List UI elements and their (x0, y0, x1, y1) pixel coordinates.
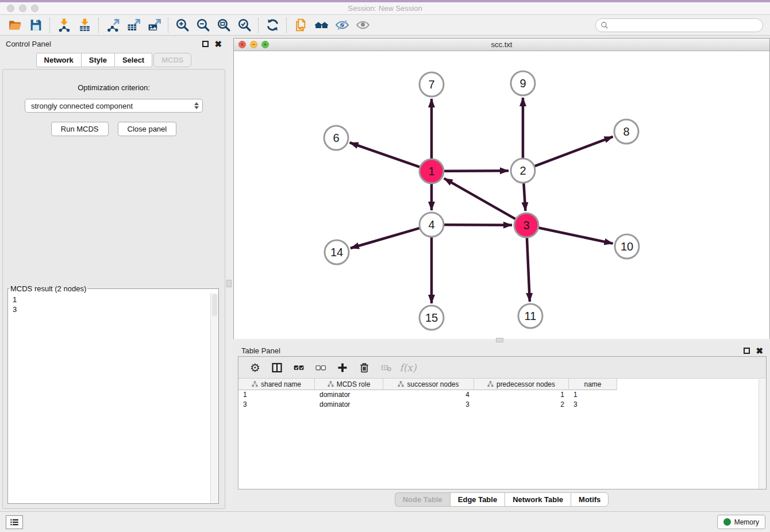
table-scrollbar[interactable] (759, 379, 766, 489)
control-panel-title: Control Panel (6, 40, 51, 48)
add-column-plus-icon[interactable] (334, 359, 351, 376)
edge-1-2[interactable] (444, 171, 509, 171)
memory-label: Memory (734, 518, 759, 526)
cell-name[interactable]: 1 (569, 390, 617, 400)
apply-function-icon[interactable]: f(x) (399, 359, 417, 376)
result-scrollbar[interactable] (210, 293, 218, 503)
criterion-dropdown[interactable]: strongly connected component (25, 99, 203, 113)
edge-4-14[interactable] (351, 228, 419, 248)
column-header-MCDS-role[interactable]: MCDS role (315, 379, 383, 390)
memory-status-icon (723, 518, 731, 526)
edge-3-1[interactable] (444, 178, 515, 219)
column-tree-icon (328, 381, 334, 387)
network-window-title: scc.txt (234, 40, 769, 49)
cell-predecessor-nodes[interactable]: 2 (474, 400, 569, 410)
import-network-icon[interactable] (53, 17, 74, 34)
network-canvas[interactable]: 1234678910111415 (234, 51, 769, 339)
cell-MCDS-role[interactable]: dominator (315, 390, 383, 400)
tab-select[interactable]: Select (114, 53, 152, 67)
edge-3-11[interactable] (527, 238, 530, 302)
edge-3-10[interactable] (539, 228, 613, 244)
table-settings-gear-icon[interactable]: ⚙ (247, 359, 264, 376)
edge-2-8[interactable] (535, 137, 613, 166)
close-table-panel-icon[interactable]: ✖ (756, 348, 763, 354)
zoom-out-icon[interactable] (192, 17, 213, 34)
table-row[interactable]: 3dominator323 (238, 400, 766, 410)
run-mcds-button[interactable]: Run MCDS (51, 122, 109, 136)
mcds-result-legend: MCDS result (2 nodes) (9, 284, 87, 293)
export-image-icon[interactable] (144, 17, 164, 34)
app-titlebar: Session: New Session (0, 0, 770, 15)
export-network-icon[interactable] (102, 17, 123, 34)
hide-selected-eye-slash-icon[interactable] (332, 17, 352, 34)
column-header-shared-name[interactable]: shared name (238, 379, 315, 390)
tab-edge-table[interactable]: Edge Table (450, 492, 505, 507)
table-rows: 1dominator4113dominator323 (238, 390, 766, 410)
result-line: 1 (13, 295, 206, 304)
cell-predecessor-nodes[interactable]: 1 (474, 390, 569, 400)
cell-name[interactable]: 3 (569, 400, 617, 410)
cell-successor-nodes[interactable]: 4 (383, 390, 474, 400)
network-graph[interactable]: 1234678910111415 (234, 51, 769, 339)
network-window-titlebar[interactable]: × − + scc.txt (234, 38, 769, 51)
select-all-checkboxes-icon[interactable] (290, 359, 307, 376)
cell-shared-name[interactable]: 3 (238, 400, 315, 410)
node-label-14: 14 (330, 246, 343, 259)
close-panel-button[interactable]: Close panel (118, 122, 177, 136)
float-table-panel-icon[interactable] (744, 348, 750, 354)
clone-network-icon[interactable] (290, 17, 311, 34)
node-label-3: 3 (523, 219, 529, 232)
edge-4-3[interactable] (444, 225, 512, 225)
table-panel-title: Table Panel (241, 346, 280, 355)
export-table-icon[interactable] (123, 17, 144, 34)
horizontal-splitter-grip[interactable] (496, 338, 503, 342)
column-header-successor-nodes[interactable]: successor nodes (383, 379, 474, 390)
delete-column-trash-icon[interactable] (356, 359, 373, 376)
show-all-eye-icon[interactable] (352, 17, 373, 34)
column-header-name[interactable]: name (569, 379, 617, 390)
tab-network[interactable]: Network (36, 53, 81, 67)
zoom-selected-icon[interactable] (234, 17, 255, 34)
mcds-result-text[interactable]: 13 (8, 293, 210, 503)
toolbar-separator (98, 18, 99, 33)
table-toolbar: ⚙ f(x) (238, 357, 766, 379)
toolbar-separator (286, 18, 287, 33)
import-table-icon[interactable] (74, 17, 95, 34)
tab-motifs[interactable]: Motifs (571, 492, 609, 507)
search-field[interactable] (595, 18, 763, 32)
refresh-view-icon[interactable] (262, 17, 283, 34)
tab-mcds[interactable]: MCDS (153, 53, 191, 67)
task-history-button[interactable] (6, 515, 23, 529)
table-row[interactable]: 1dominator411 (238, 390, 766, 400)
node-label-4: 4 (428, 218, 434, 231)
deselect-all-checkboxes-icon[interactable] (312, 359, 329, 376)
zoom-fit-icon[interactable] (213, 17, 234, 34)
search-input[interactable] (611, 21, 763, 30)
node-label-10: 10 (621, 240, 633, 253)
save-session-icon[interactable] (25, 17, 46, 34)
tab-node-table[interactable]: Node Table (395, 492, 450, 507)
edge-2-3[interactable] (523, 183, 525, 211)
cell-successor-nodes[interactable]: 3 (383, 400, 474, 410)
node-table: ⚙ f(x) shared nameMCDS rolesuccessor nod… (238, 356, 767, 489)
tab-style[interactable]: Style (81, 53, 114, 67)
column-header-predecessor-nodes[interactable]: predecessor nodes (474, 379, 569, 390)
float-panel-icon[interactable] (202, 41, 209, 47)
home-view-icon[interactable] (311, 17, 332, 34)
delete-table-icon[interactable] (378, 359, 395, 376)
cell-MCDS-role[interactable]: dominator (315, 400, 383, 410)
fx-label: f(x) (399, 362, 416, 373)
tab-network-table[interactable]: Network Table (505, 492, 571, 507)
table-panel: Table Panel ✖ ⚙ f(x) (233, 342, 770, 511)
zoom-in-icon[interactable] (172, 17, 192, 34)
close-panel-icon[interactable]: ✖ (214, 41, 222, 47)
open-session-icon[interactable] (5, 17, 25, 34)
vertical-splitter-grip[interactable] (226, 280, 232, 287)
edge-1-6[interactable] (350, 142, 420, 167)
node-label-8: 8 (623, 125, 629, 138)
cell-shared-name[interactable]: 1 (238, 390, 315, 400)
status-bar: Memory (0, 511, 770, 532)
memory-button[interactable]: Memory (717, 515, 765, 529)
column-tree-icon (252, 381, 258, 387)
column-view-icon[interactable] (268, 359, 286, 376)
